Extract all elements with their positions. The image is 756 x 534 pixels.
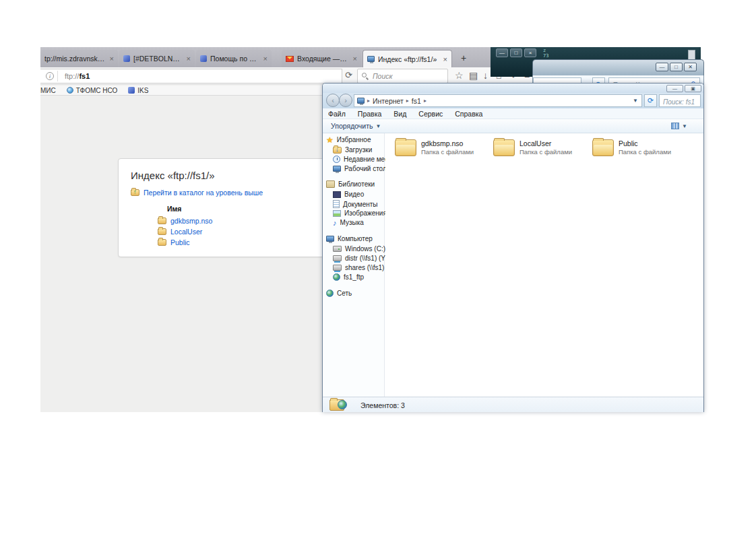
bookmark-tfoms[interactable]: ТФОМС НСО bbox=[67, 87, 118, 94]
tab-ftp-index-active[interactable]: Индекс «ftp://fs1/» bbox=[363, 50, 452, 67]
music-icon: ♪ bbox=[333, 220, 337, 226]
items-count: Элементов: 3 bbox=[360, 401, 405, 409]
bookmarks-menu-icon[interactable]: ▤ bbox=[469, 70, 478, 81]
network-icon bbox=[326, 290, 334, 297]
globe-overlay-icon bbox=[338, 400, 347, 409]
sidebar-item-windows-c[interactable]: Windows (C:) bbox=[333, 245, 385, 253]
minimize-icon[interactable]: — bbox=[496, 48, 508, 57]
tab-close-icon[interactable] bbox=[352, 55, 357, 63]
maximize-icon[interactable]: ▣ bbox=[685, 85, 701, 92]
sidebar-item-music[interactable]: ♪ Музыка bbox=[333, 219, 364, 226]
folder-tile-localuser[interactable]: LocalUser Папка с файлами bbox=[493, 135, 588, 160]
search-box[interactable] bbox=[357, 69, 448, 84]
bookmark-star-icon[interactable]: ☆ bbox=[455, 70, 464, 81]
sidebar-group-network[interactable]: Сеть bbox=[326, 290, 352, 297]
desktop-icon bbox=[333, 166, 341, 172]
tab-close-icon[interactable] bbox=[262, 55, 267, 63]
tab-close-icon[interactable] bbox=[185, 55, 191, 63]
bookmark-mis[interactable]: МИС bbox=[40, 87, 56, 94]
folder-icon bbox=[493, 139, 515, 156]
folder-tile-public[interactable]: Public Папка с файлами bbox=[592, 135, 687, 160]
sidebar-item-video[interactable]: Видео bbox=[333, 191, 364, 198]
globe-icon bbox=[67, 87, 73, 94]
sidebar-group-libraries[interactable]: Библиотеки bbox=[326, 180, 375, 188]
refresh-icon[interactable]: ⟳ bbox=[644, 94, 657, 107]
search-input[interactable] bbox=[660, 96, 700, 108]
folder-icon bbox=[592, 139, 614, 156]
menu-help[interactable]: Справка bbox=[455, 110, 482, 118]
tab-label: tp://mis.zdravnsk.ru/ bbox=[44, 55, 105, 63]
folder-type: Папка с файлами bbox=[619, 148, 671, 156]
jira-icon bbox=[123, 55, 130, 62]
sidebar-item-documents[interactable]: Документы bbox=[333, 200, 378, 208]
downloads-folder-icon: ↓ bbox=[333, 147, 342, 154]
sidebar-item-label: Загрузки bbox=[345, 146, 372, 154]
menu-view[interactable]: Вид bbox=[393, 110, 406, 118]
breadcrumb-item-internet[interactable]: Интернет bbox=[373, 97, 404, 105]
tab-yandex-mail[interactable]: Входящие — Яндекс.Почта bbox=[282, 50, 361, 67]
sidebar-group-favorites[interactable]: ★ Избранное bbox=[326, 136, 371, 143]
sidebar-item-downloads[interactable]: ↓ Загрузки bbox=[333, 146, 372, 154]
new-tab-button[interactable]: + bbox=[455, 53, 472, 66]
change-view-button[interactable]: ▼ bbox=[671, 123, 687, 129]
ftp-entry-public[interactable]: Public bbox=[158, 238, 190, 246]
tab-help-notation[interactable]: Помощь по нотации фор... bbox=[196, 50, 272, 67]
folder-name: Public bbox=[619, 139, 671, 148]
tab-close-icon[interactable] bbox=[442, 55, 447, 63]
tab-mis-zdravnsk[interactable]: tp://mis.zdravnsk.ru/ bbox=[40, 50, 118, 67]
column-header-name[interactable]: Имя bbox=[167, 205, 181, 213]
site-info-icon[interactable]: i bbox=[46, 72, 54, 80]
up-link-label: Перейти в каталог на уровень выше bbox=[144, 189, 263, 197]
folder-icon bbox=[158, 239, 166, 246]
up-directory-link[interactable]: ↑ Перейти в каталог на уровень выше bbox=[131, 189, 263, 197]
sidebar-group-label: Избранное bbox=[337, 136, 371, 143]
sidebar-item-pictures[interactable]: Изображения bbox=[333, 209, 387, 217]
breadcrumb[interactable]: ▸ Интернет ▸ fs1 ▸ ▼ bbox=[354, 94, 642, 107]
minimize-icon[interactable]: — bbox=[666, 85, 683, 92]
folder-type: Папка с файлами bbox=[421, 148, 474, 156]
close-icon[interactable]: × bbox=[524, 48, 536, 57]
sidebar-item-label: Документы bbox=[343, 201, 378, 208]
ftp-entry-localuser[interactable]: LocalUser bbox=[158, 228, 202, 236]
sidebar-item-desktop[interactable]: Рабочий стол bbox=[333, 165, 387, 172]
address-bar[interactable]: i ftp:// fs1 bbox=[40, 69, 342, 84]
breadcrumb-item-fs1[interactable]: fs1 bbox=[412, 97, 421, 105]
sidebar-group-label: Компьютер bbox=[338, 235, 373, 242]
sidebar-item-fs1-ftp[interactable]: fs1_ftp bbox=[333, 273, 364, 281]
organize-button[interactable]: Упорядочить bbox=[331, 122, 373, 130]
tab-label: Помощь по нотации фор... bbox=[210, 55, 259, 63]
ftp-entry-gdkbsmp[interactable]: gdkbsmp.nso bbox=[158, 217, 212, 225]
menu-edit[interactable]: Правка bbox=[358, 110, 381, 118]
breadcrumb-separator: ▸ bbox=[424, 98, 427, 104]
forward-icon[interactable]: › bbox=[339, 94, 352, 107]
sidebar-item-label: Windows (C:) bbox=[345, 245, 385, 253]
minimize-icon[interactable]: — bbox=[656, 63, 668, 71]
breadcrumb-separator: ▸ bbox=[367, 98, 370, 104]
tab-detbolnica[interactable]: [#DETBOLNICA-376] Наст... bbox=[119, 50, 195, 67]
jira-icon bbox=[128, 87, 135, 94]
sidebar-group-computer[interactable]: Компьютер bbox=[326, 235, 373, 242]
folder-name: gdkbsmp.nso bbox=[421, 139, 474, 148]
close-icon[interactable]: ✕ bbox=[684, 63, 697, 71]
sidebar-group-label: Сеть bbox=[337, 290, 352, 297]
maximize-icon[interactable]: □ bbox=[510, 48, 522, 57]
back-icon[interactable]: ‹ bbox=[326, 94, 340, 107]
menu-tools[interactable]: Сервис bbox=[418, 110, 443, 118]
video-icon bbox=[333, 191, 341, 198]
chevron-down-icon: ▼ bbox=[682, 123, 687, 129]
pictures-icon bbox=[333, 210, 341, 217]
sidebar-item-label: Музыка bbox=[340, 219, 364, 226]
bookmark-iks[interactable]: IKS bbox=[128, 87, 148, 94]
downloads-icon[interactable]: ↓ bbox=[483, 70, 488, 81]
menu-file[interactable]: Файл bbox=[328, 110, 346, 118]
sidebar-item-distr-y[interactable]: distr (\\fs1) (Y:) bbox=[333, 255, 389, 262]
reload-icon[interactable]: ⟳ bbox=[345, 70, 352, 80]
folder-tile-gdkbsmp[interactable]: gdkbsmp.nso Папка с файлами bbox=[395, 135, 489, 160]
chevron-down-icon[interactable]: ▼ bbox=[633, 98, 638, 104]
tab-close-icon[interactable] bbox=[108, 55, 114, 63]
maximize-icon[interactable]: □ bbox=[670, 63, 683, 71]
menu-bar: Файл Правка Вид Сервис Справка bbox=[323, 108, 703, 119]
ftp-explorer-window: — ▣ ‹ › ▸ Интернет ▸ fs1 ▸ ▼ ⟳ Файл Прав… bbox=[322, 83, 704, 412]
search-input[interactable] bbox=[358, 69, 447, 83]
search-box[interactable] bbox=[659, 94, 701, 107]
